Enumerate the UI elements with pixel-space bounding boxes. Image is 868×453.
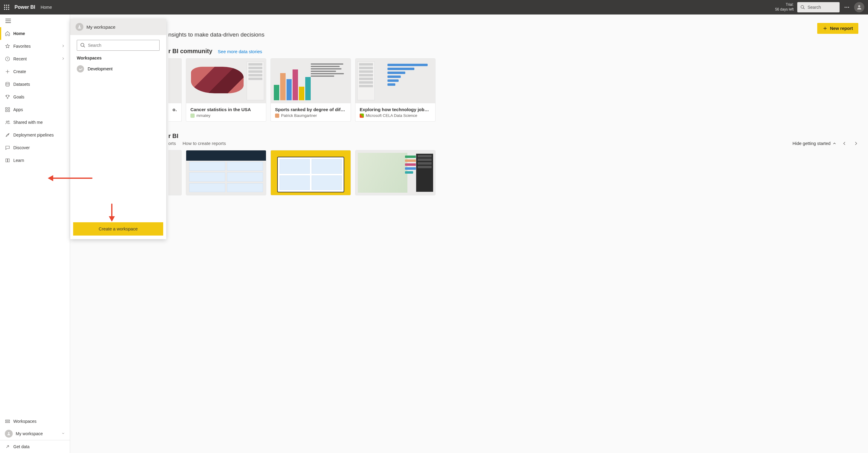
prev-page-icon[interactable] (842, 141, 847, 146)
nav-item-shared[interactable]: Shared with me (0, 116, 70, 129)
user-avatar[interactable] (854, 2, 864, 12)
tab-item[interactable]: How to create reports (183, 141, 226, 146)
global-search-input[interactable]: Search (797, 2, 840, 12)
nav-item-favorites[interactable]: Favorites (0, 40, 70, 53)
left-nav: Home Favorites Recent Create Datasets (0, 14, 70, 453)
nav-item-goals[interactable]: Goals (0, 91, 70, 103)
nav-collapse-button[interactable] (0, 14, 70, 27)
svg-point-28 (81, 43, 84, 46)
next-page-icon[interactable] (854, 141, 858, 146)
svg-point-23 (8, 134, 8, 135)
svg-rect-7 (6, 9, 7, 10)
search-icon (80, 42, 86, 48)
community-card[interactable]: Exploring how technology jobs ... Micros… (355, 58, 435, 122)
workspaces-icon (5, 419, 13, 424)
community-card[interactable]: o... (168, 58, 182, 122)
annotation-arrow-create (110, 203, 114, 222)
getting-started-tabs: orts How to create reports (168, 141, 226, 146)
trial-status: Trial: 56 days left (775, 2, 794, 12)
rocket-icon (5, 132, 13, 138)
nav-item-learn[interactable]: Learn (0, 154, 70, 167)
nav-item-pipelines[interactable]: Deployment pipelines (0, 129, 70, 141)
more-options-icon[interactable] (844, 4, 850, 10)
chevron-down-icon (61, 431, 65, 436)
person-icon (856, 4, 862, 10)
chevron-right-icon (61, 57, 65, 61)
svg-point-16 (6, 82, 9, 84)
annotation-arrow-workspaces (48, 176, 92, 181)
search-icon (800, 5, 805, 10)
database-icon (5, 82, 13, 87)
app-launcher-icon[interactable] (4, 4, 10, 10)
breadcrumb[interactable]: Home (40, 5, 52, 10)
star-icon (5, 43, 13, 49)
brand-label: Power BI (14, 4, 35, 10)
svg-rect-3 (4, 7, 5, 7)
workspaces-section-label: Workspaces (70, 54, 166, 63)
community-heading: r BI community (168, 48, 213, 55)
chevron-right-icon (61, 44, 65, 48)
svg-point-26 (8, 432, 10, 434)
trophy-icon (5, 94, 13, 100)
svg-rect-6 (4, 9, 5, 10)
getting-started-card[interactable] (271, 150, 351, 195)
flyout-my-workspace[interactable]: My workspace (70, 19, 166, 35)
person-icon (75, 23, 84, 31)
getting-started-card[interactable] (355, 150, 435, 195)
export-icon (5, 444, 13, 449)
getting-started-card[interactable] (168, 150, 182, 195)
see-more-link[interactable]: See more data stories (218, 49, 262, 54)
svg-point-9 (801, 5, 804, 8)
nav-item-my-workspace[interactable]: My workspace (0, 427, 70, 440)
svg-rect-24 (5, 420, 10, 421)
page-subtitle: nsights to make data-driven decisions (168, 31, 858, 38)
nav-item-recent[interactable]: Recent (0, 53, 70, 65)
book-icon (5, 158, 13, 163)
clock-icon (5, 56, 13, 62)
nav-item-home[interactable]: Home (0, 27, 70, 40)
svg-rect-2 (8, 5, 9, 6)
svg-point-11 (845, 7, 846, 8)
plus-icon (823, 26, 828, 31)
main-content: New report nsights to make data-driven d… (70, 14, 868, 453)
hide-getting-started-button[interactable]: Hide getting started (793, 141, 837, 146)
svg-point-14 (858, 5, 861, 7)
svg-rect-0 (4, 5, 5, 6)
svg-rect-20 (8, 110, 10, 112)
workspace-item-development[interactable]: Development (70, 63, 166, 75)
svg-line-10 (803, 8, 805, 9)
getting-started-card[interactable] (186, 150, 266, 195)
plus-icon (5, 69, 13, 74)
workspace-icon (77, 65, 84, 72)
create-workspace-button[interactable]: Create a workspace (73, 222, 163, 235)
svg-rect-1 (6, 5, 7, 6)
svg-rect-19 (5, 110, 7, 112)
nav-item-create[interactable]: Create (0, 65, 70, 78)
svg-rect-5 (8, 7, 9, 7)
svg-rect-18 (8, 107, 10, 109)
nav-item-get-data[interactable]: Get data (0, 440, 70, 453)
svg-point-12 (846, 7, 847, 8)
community-card[interactable]: Cancer statistics in the USA mmatey (186, 58, 266, 122)
svg-line-29 (84, 46, 85, 47)
getting-started-card-row (168, 150, 858, 195)
hamburger-icon (5, 19, 11, 23)
getting-started-heading: r BI (168, 133, 178, 139)
nav-item-apps[interactable]: Apps (0, 103, 70, 116)
svg-point-22 (8, 121, 9, 122)
new-report-button[interactable]: New report (817, 23, 858, 34)
svg-rect-8 (8, 9, 9, 10)
svg-rect-17 (5, 107, 7, 109)
svg-rect-4 (6, 7, 7, 7)
nav-item-workspaces[interactable]: Workspaces (0, 415, 70, 427)
community-card-row: o... Cancer statistics in the USA mmatey (168, 58, 858, 122)
workspace-search-input[interactable] (77, 40, 160, 51)
people-icon (5, 120, 13, 125)
nav-item-datasets[interactable]: Datasets (0, 78, 70, 91)
svg-rect-25 (5, 422, 10, 422)
community-card[interactable]: Sports ranked by degree of diffi... Patr… (271, 58, 351, 122)
tab-item[interactable]: orts (168, 141, 176, 146)
person-icon (5, 430, 13, 438)
nav-item-discover[interactable]: Discover (0, 141, 70, 154)
chevron-up-icon (832, 141, 837, 145)
